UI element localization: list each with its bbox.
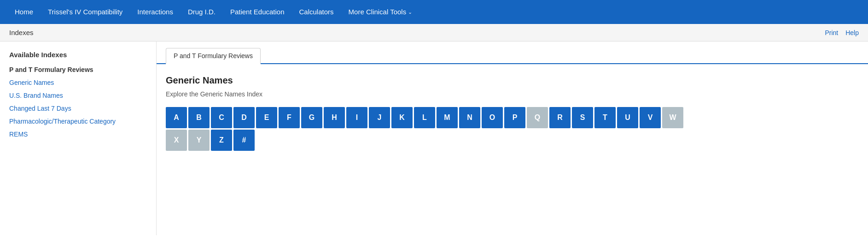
nav-patient-education[interactable]: Patient Education — [223, 0, 292, 24]
letter-btn-t[interactable]: T — [594, 107, 616, 128]
letter-btn-r[interactable]: R — [549, 107, 571, 128]
sidebar-link-brand-names[interactable]: U.S. Brand Names — [9, 91, 147, 100]
letter-btn-x: X — [166, 130, 187, 151]
letter-btn-a[interactable]: A — [166, 107, 187, 128]
breadcrumb-actions: Print Help — [825, 29, 859, 36]
content-body: Generic Names Explore the Generic Names … — [157, 64, 868, 163]
letter-row-1: ABCDEFGHIJKLMNOPQRSTUVW — [166, 107, 859, 128]
main-layout: Available Indexes P and T Formulary Revi… — [0, 42, 868, 235]
tabs-bar: P and T Formulary Reviews — [157, 42, 868, 64]
letter-btn-s[interactable]: S — [572, 107, 593, 128]
tab-pt-formulary[interactable]: P and T Formulary Reviews — [166, 48, 261, 64]
nav-interactions[interactable]: Interactions — [130, 0, 181, 24]
top-nav: Home Trissel's IV Compatibility Interact… — [0, 0, 868, 24]
letter-btn-l[interactable]: L — [414, 107, 435, 128]
nav-trissels[interactable]: Trissel's IV Compatibility — [41, 0, 130, 24]
letter-btn-f[interactable]: F — [279, 107, 300, 128]
letter-btn-u[interactable]: U — [617, 107, 638, 128]
letter-btn-k[interactable]: K — [391, 107, 413, 128]
sidebar-link-generic-names[interactable]: Generic Names — [9, 78, 147, 87]
breadcrumb-title: Indexes — [9, 29, 34, 36]
sidebar: Available Indexes P and T Formulary Revi… — [0, 42, 157, 235]
content-area: P and T Formulary Reviews Generic Names … — [157, 42, 868, 235]
content-subtitle: Explore the Generic Names Index — [166, 90, 859, 98]
letter-btn-e[interactable]: E — [256, 107, 277, 128]
letter-btn-c[interactable]: C — [211, 107, 232, 128]
letter-btn-q: Q — [527, 107, 548, 128]
letter-btn-z[interactable]: Z — [211, 130, 232, 151]
letter-btn-v[interactable]: V — [640, 107, 661, 128]
letter-btn-y: Y — [188, 130, 210, 151]
letter-btn-d[interactable]: D — [233, 107, 255, 128]
sidebar-link-pharm-category[interactable]: Pharmacologic/Therapeutic Category — [9, 117, 147, 126]
sidebar-link-rems[interactable]: REMS — [9, 130, 147, 139]
letter-btn-w: W — [662, 107, 683, 128]
letter-btn-h[interactable]: H — [324, 107, 345, 128]
help-link[interactable]: Help — [845, 29, 859, 36]
letter-btn-p[interactable]: P — [504, 107, 525, 128]
letter-btn-b[interactable]: B — [188, 107, 210, 128]
print-link[interactable]: Print — [825, 29, 838, 36]
sidebar-heading: Available Indexes — [9, 51, 147, 59]
content-heading: Generic Names — [166, 75, 859, 86]
breadcrumb-bar: Indexes Print Help — [0, 24, 868, 42]
letter-btn-i[interactable]: I — [346, 107, 367, 128]
letter-btn-g[interactable]: G — [301, 107, 322, 128]
nav-home[interactable]: Home — [7, 0, 41, 24]
letter-btn-m[interactable]: M — [437, 107, 458, 128]
chevron-down-icon: ⌄ — [408, 0, 412, 24]
sidebar-link-changed-last-7[interactable]: Changed Last 7 Days — [9, 104, 147, 113]
nav-calculators[interactable]: Calculators — [292, 0, 341, 24]
nav-more-clinical-tools[interactable]: More Clinical Tools ⌄ — [341, 0, 420, 24]
letter-btn-o[interactable]: O — [482, 107, 503, 128]
nav-drug-id[interactable]: Drug I.D. — [181, 0, 223, 24]
letter-btn-n[interactable]: N — [459, 107, 480, 128]
sidebar-section-title: P and T Formulary Reviews — [9, 66, 147, 73]
letter-row-2: XYZ# — [166, 130, 859, 151]
letter-btn-j[interactable]: J — [369, 107, 390, 128]
letter-btn-#[interactable]: # — [233, 130, 255, 151]
